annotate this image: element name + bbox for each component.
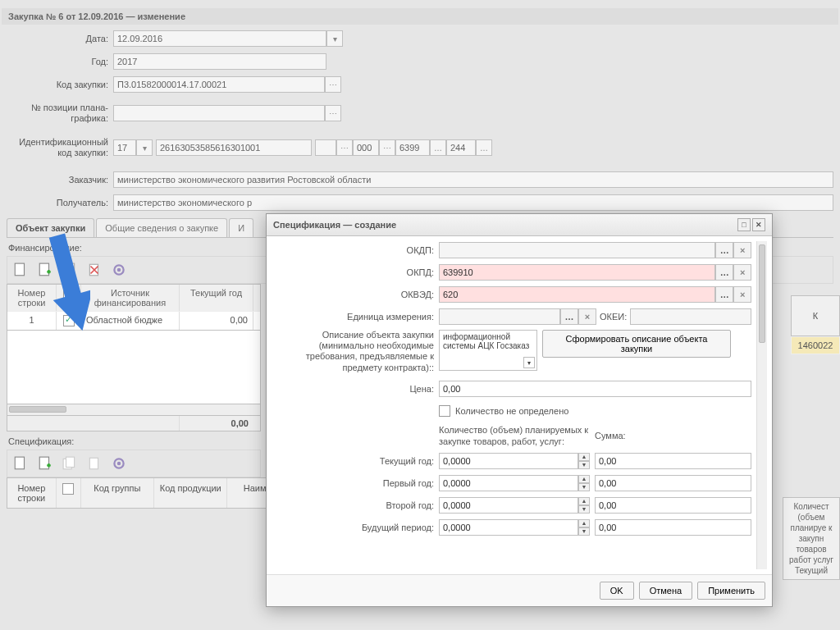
svg-point-13 [117, 462, 121, 466]
modal-title-text: Спецификация — создание [273, 220, 396, 230]
close-icon[interactable]: ✕ [752, 218, 765, 231]
lookup-icon[interactable]: ⋯ [336, 139, 353, 156]
label-okpd: ОКПД: [267, 267, 439, 277]
svg-rect-11 [89, 458, 98, 469]
ellipsis-icon[interactable]: … [715, 286, 733, 303]
input-cur-sum[interactable] [595, 453, 751, 469]
input-recipient[interactable] [113, 194, 833, 211]
apply-button[interactable]: Применить [697, 582, 765, 600]
ellipsis-icon[interactable]: … [560, 308, 578, 325]
input-cur-qty[interactable] [439, 453, 578, 469]
input-plan-position[interactable] [113, 105, 325, 121]
spin-down-icon[interactable]: ▼ [578, 527, 590, 536]
right-grid-cell: 1460022 [791, 336, 840, 354]
modal-title-bar[interactable]: Спецификация — создание □ ✕ [267, 214, 772, 236]
svg-rect-10 [66, 457, 75, 467]
spec-toolbar [7, 450, 261, 477]
input-ident-blank[interactable] [315, 139, 336, 156]
input-ident2[interactable] [156, 139, 312, 156]
input-okei[interactable] [630, 308, 751, 325]
label-sum: Сумма: [595, 431, 644, 441]
spec-grid-header: Номер строки Код группы Код продукции На… [7, 477, 294, 509]
ellipsis-icon[interactable]: … [430, 139, 446, 156]
spin-down-icon[interactable]: ▼ [578, 483, 590, 491]
label-customer: Заказчик: [7, 175, 113, 185]
clear-icon[interactable]: × [733, 286, 751, 303]
input-y1-sum[interactable] [595, 475, 751, 491]
qty-undefined-checkbox[interactable] [439, 405, 450, 417]
ok-button[interactable]: OK [600, 582, 634, 600]
label-okdp: ОКДП: [267, 245, 439, 255]
tab-general[interactable]: Общие сведения о закупке [96, 218, 227, 237]
spin-down-icon[interactable]: ▼ [578, 461, 590, 469]
spin-up-icon[interactable]: ▲ [578, 519, 590, 527]
label-year: Год: [7, 57, 113, 66]
label-plan-position: № позиции плана-графика: [7, 103, 113, 124]
grid-total: 0,00 [180, 416, 253, 431]
cell-source: Областной бюдже [81, 312, 180, 330]
form-description-button[interactable]: Сформировать описание объекта закупки [542, 330, 731, 358]
input-date[interactable] [113, 30, 326, 47]
lookup-icon[interactable]: ⋯ [325, 105, 341, 121]
label-purchase-code: Код закупки: [7, 80, 113, 89]
ellipsis-icon[interactable]: … [715, 264, 733, 281]
input-price[interactable] [439, 381, 751, 397]
modal-scrollbar[interactable] [756, 241, 767, 569]
tab-other[interactable]: И [229, 218, 253, 237]
svg-point-6 [117, 268, 121, 272]
input-ident4[interactable] [395, 139, 430, 156]
new-icon[interactable] [11, 454, 30, 473]
input-okved[interactable] [439, 286, 715, 303]
input-ident1[interactable] [113, 139, 136, 156]
spec-header-check [57, 478, 81, 508]
input-ident3[interactable] [353, 139, 379, 156]
input-y2-sum[interactable] [595, 497, 751, 514]
specification-modal: Спецификация — создание □ ✕ ОКДП: … × ОК… [266, 213, 773, 607]
date-picker-icon[interactable]: ▾ [326, 30, 343, 47]
input-y1-qty[interactable] [439, 475, 578, 491]
copy-icon[interactable] [60, 454, 80, 473]
label-qty-planned: Количество (объем) планируемых к закупке… [439, 424, 595, 448]
description-select[interactable]: информационной системы АЦК Госзаказ ▾ [439, 330, 537, 371]
right-grid-header: К [791, 295, 840, 336]
spin-up-icon[interactable]: ▲ [578, 453, 590, 461]
label-date: Дата: [7, 34, 113, 43]
spin-up-icon[interactable]: ▲ [578, 475, 590, 483]
svg-rect-7 [15, 457, 24, 469]
input-future-qty[interactable] [439, 519, 578, 536]
modal-footer: OK Отмена Применить [267, 574, 772, 606]
ellipsis-icon[interactable]: … [476, 139, 492, 156]
window-title: Закупка № 6 от 12.09.2016 — изменение [2, 8, 838, 25]
settings-icon[interactable] [109, 260, 129, 280]
lookup-icon[interactable]: ⋯ [379, 139, 395, 156]
label-okei: ОКЕИ: [596, 312, 630, 322]
cancel-button[interactable]: Отмена [639, 582, 692, 600]
right-list-header: Количест (объем планируе к закупн товаро… [783, 497, 840, 580]
dropdown-icon[interactable]: ▾ [523, 357, 535, 368]
clear-icon[interactable]: × [733, 242, 751, 258]
label-price: Цена: [267, 384, 439, 394]
settings-icon[interactable] [109, 454, 129, 473]
clear-icon[interactable]: × [578, 308, 596, 325]
dropdown-icon[interactable]: ▾ [136, 139, 153, 156]
grid-scrollbar[interactable] [7, 404, 261, 416]
label-future: Будущий период: [267, 523, 439, 532]
lookup-icon[interactable]: ⋯ [325, 76, 341, 93]
clear-icon[interactable]: × [733, 264, 751, 281]
maximize-icon[interactable]: □ [737, 218, 751, 231]
ellipsis-icon[interactable]: … [715, 242, 733, 258]
input-purchase-code[interactable] [113, 76, 325, 93]
input-future-sum[interactable] [595, 519, 751, 536]
spin-down-icon[interactable]: ▼ [578, 505, 590, 514]
add-icon[interactable] [35, 454, 55, 473]
input-y2-qty[interactable] [439, 497, 578, 514]
input-okpd[interactable] [439, 264, 715, 281]
label-current-year: Текущий год: [267, 456, 439, 466]
spin-up-icon[interactable]: ▲ [578, 497, 590, 505]
input-year[interactable] [113, 53, 326, 70]
input-okdp[interactable] [439, 242, 715, 258]
input-unit[interactable] [439, 308, 560, 325]
input-customer[interactable] [113, 171, 833, 188]
delete-icon[interactable] [84, 454, 104, 473]
input-ident5[interactable] [446, 139, 476, 156]
